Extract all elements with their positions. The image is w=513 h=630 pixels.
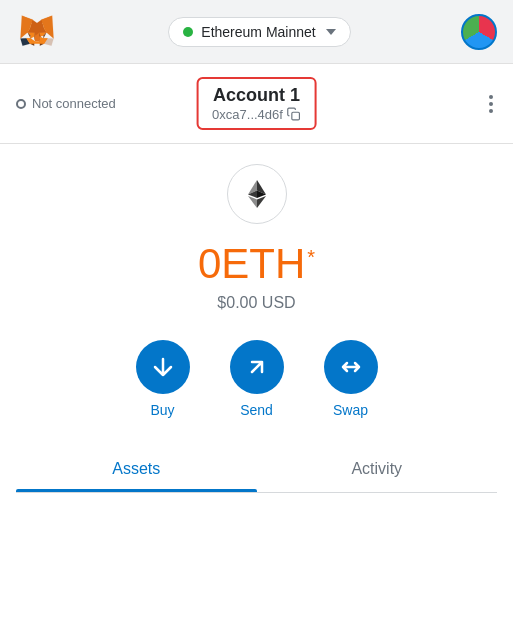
main-content: 0 ETH * $0.00 USD Buy Send [0,144,513,493]
send-icon [245,355,269,379]
connection-status: Not connected [16,96,116,111]
more-options-button[interactable] [485,91,497,117]
tab-activity[interactable]: Activity [257,446,498,492]
buy-icon-circle [136,340,190,394]
send-button[interactable]: Send [230,340,284,418]
svg-marker-31 [248,196,257,208]
metamask-logo[interactable] [16,11,58,53]
chevron-down-icon [326,29,336,35]
usd-balance: $0.00 USD [217,294,295,312]
eth-amount-zero: 0 [198,240,221,288]
account-bar: Not connected Account 1 0xca7...4d6f [0,64,513,144]
account-address-text: 0xca7...4d6f [212,107,283,122]
eth-logo-svg [241,178,273,210]
network-selector[interactable]: Ethereum Mainnet [168,17,350,47]
tabs-bar: Assets Activity [16,446,497,493]
swap-icon-circle [324,340,378,394]
network-status-dot [183,27,193,37]
eth-logo [227,164,287,224]
buy-icon [151,355,175,379]
eth-balance: 0 ETH * [198,240,315,288]
account-address-row: 0xca7...4d6f [212,107,301,122]
action-buttons: Buy Send Swap [136,340,378,418]
account-name: Account 1 [213,85,300,107]
svg-rect-27 [292,113,300,121]
svg-marker-30 [257,196,266,208]
buy-label: Buy [150,402,174,418]
eth-unit: ETH [221,240,305,288]
network-name: Ethereum Mainnet [201,24,315,40]
disconnected-dot [16,99,26,109]
account-avatar[interactable] [461,14,497,50]
tab-assets[interactable]: Assets [16,446,257,492]
copy-address-icon[interactable] [287,107,301,121]
header: Ethereum Mainnet [0,0,513,64]
send-label: Send [240,402,273,418]
not-connected-label: Not connected [32,96,116,111]
swap-icon [339,355,363,379]
send-icon-circle [230,340,284,394]
buy-button[interactable]: Buy [136,340,190,418]
swap-label: Swap [333,402,368,418]
swap-button[interactable]: Swap [324,340,378,418]
account-info-box[interactable]: Account 1 0xca7...4d6f [196,77,317,130]
eth-asterisk: * [307,246,315,269]
